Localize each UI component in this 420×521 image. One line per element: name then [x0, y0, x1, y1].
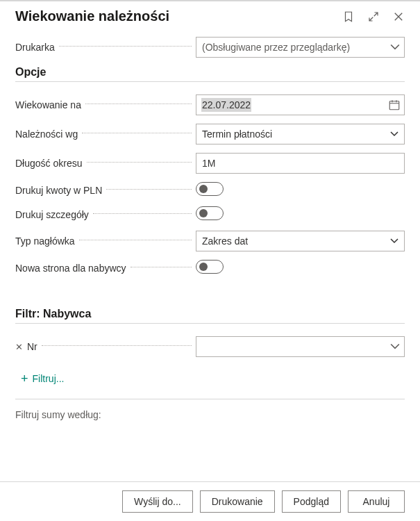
remove-filter-icon[interactable]: ✕: [15, 342, 23, 352]
section-filter-title: Filtr: Nabywca: [15, 308, 405, 324]
page-title: Wiekowanie należności: [15, 8, 169, 24]
print-details-label: Drukuj szczegóły: [15, 209, 89, 220]
period-length-label: Długość okresu: [15, 158, 83, 169]
print-button[interactable]: Drukowanie: [200, 490, 275, 513]
printer-lookup[interactable]: (Obsługiwane przez przeglądarkę): [196, 37, 405, 58]
cancel-button[interactable]: Anuluj: [348, 490, 405, 513]
receivables-by-label: Należności wg: [15, 129, 78, 140]
send-to-button[interactable]: Wyślij do...: [122, 490, 193, 513]
aging-on-value: 22.07.2022: [201, 98, 251, 112]
print-pln-label: Drukuj kwoty w PLN: [15, 185, 102, 196]
filter-nr-lookup[interactable]: [196, 336, 405, 357]
header-type-label: Typ nagłówka: [15, 235, 75, 247]
bookmark-icon[interactable]: [342, 10, 355, 23]
header-type-select[interactable]: Zakres dat: [196, 231, 405, 251]
printer-value: (Obsługiwane przez przeglądarkę): [202, 42, 350, 53]
calendar-icon[interactable]: [388, 99, 401, 111]
receivables-by-select[interactable]: Termin płatności: [196, 124, 405, 144]
aging-on-label: Wiekowanie na: [15, 99, 81, 110]
expand-icon[interactable]: [367, 10, 380, 23]
preview-button[interactable]: Podgląd: [282, 490, 341, 513]
new-page-label: Nowa strona dla nabywcy: [15, 263, 126, 274]
add-filter-button[interactable]: + Filtruj...: [21, 372, 64, 385]
svg-rect-0: [389, 101, 399, 110]
add-filter-label: Filtruj...: [33, 373, 65, 384]
filter-nr-label: Nr: [27, 341, 37, 352]
plus-icon: +: [21, 372, 28, 385]
chevron-down-icon: [390, 342, 400, 352]
print-details-toggle[interactable]: [196, 206, 224, 220]
totals-filter-label: Filtruj sumy według:: [15, 399, 405, 420]
period-length-input[interactable]: [196, 153, 405, 174]
close-icon[interactable]: [392, 10, 405, 23]
new-page-toggle[interactable]: [196, 260, 224, 274]
print-pln-toggle[interactable]: [196, 182, 224, 196]
chevron-down-icon: [390, 42, 400, 52]
printer-label: Drukarka: [15, 42, 55, 53]
section-options-title: Opcje: [15, 66, 405, 82]
